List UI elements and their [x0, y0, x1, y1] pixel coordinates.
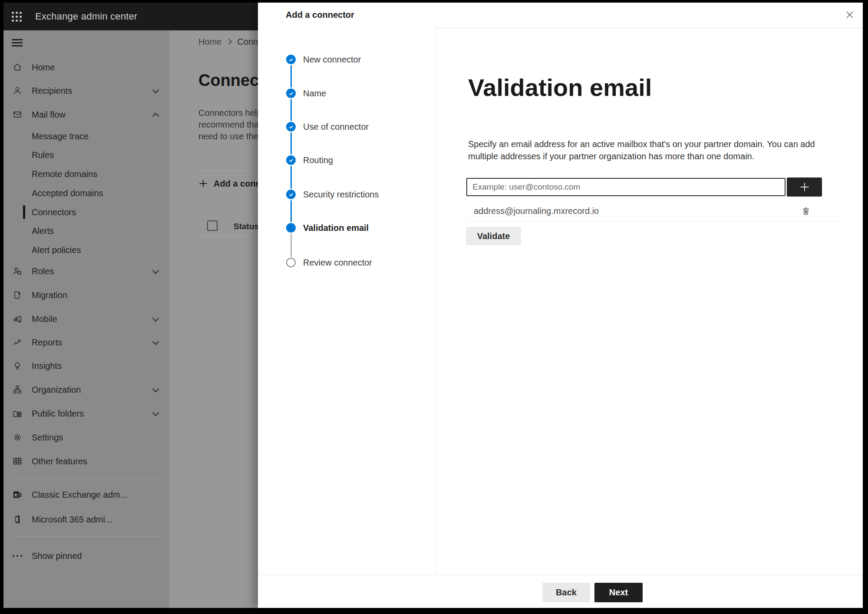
sidebar-item-reports[interactable]: Reports: [3, 334, 169, 351]
mobile-device-icon: [12, 313, 23, 325]
validation-email-description: Specify an email address for an active m…: [468, 138, 815, 162]
classic-exchange-logo-icon: E: [12, 489, 23, 500]
sidebar-item-roles[interactable]: Roles: [3, 263, 169, 280]
step-completed-icon: [286, 155, 296, 165]
selected-indicator: [23, 205, 25, 219]
envelope-icon: [12, 109, 23, 120]
step-completed-icon: [286, 89, 296, 98]
sidebar-item-connectors[interactable]: Connectors: [3, 204, 169, 221]
sidebar-item-label: Other features: [32, 456, 87, 466]
step-connector-line: [290, 65, 292, 88]
sidebar-item-label: Alert policies: [32, 245, 81, 255]
step-label: New connector: [303, 55, 361, 65]
sidebar-item-other-features[interactable]: Other features: [3, 453, 169, 470]
back-button[interactable]: Back: [542, 583, 590, 602]
sidebar-item-rules[interactable]: Rules: [3, 146, 169, 164]
close-button[interactable]: [843, 8, 856, 21]
sidebar-item-mail-flow[interactable]: Mail flow: [3, 106, 169, 123]
sidebar-item-label: Organization: [32, 385, 81, 395]
sidebar-item-label: Classic Exchange adm...: [32, 490, 127, 500]
folder-globe-icon: [12, 408, 23, 419]
sidebar-item-label: Roles: [32, 266, 54, 276]
sidebar-item-label: Recipients: [32, 86, 72, 96]
sidebar-item-label: Mail flow: [32, 110, 66, 120]
wizard-steps-nav: New connector Name Use of connector Rout…: [258, 28, 436, 575]
step-completed-icon: [286, 122, 296, 131]
chevron-down-icon: [152, 338, 159, 345]
ellipsis-icon: [12, 550, 23, 561]
address-value: address@journaling.mxrecord.io: [474, 206, 599, 216]
sidebar-divider: [12, 478, 163, 479]
select-all-checkbox[interactable]: [207, 220, 218, 231]
app-launcher-waffle-icon[interactable]: [12, 12, 22, 22]
step-label: Review connector: [303, 258, 372, 268]
exchange-admin-window: Exchange admin center Home Recipients Ma…: [3, 3, 863, 608]
step-current-icon: [286, 223, 296, 233]
validate-button[interactable]: Validate: [466, 227, 521, 245]
add-connector-label: Add a conn: [214, 179, 258, 189]
screenshot-frame: Exchange admin center Home Recipients Ma…: [0, 0, 868, 614]
step-label: Routing: [303, 155, 333, 165]
sidebar-item-label: Show pinned: [32, 551, 82, 561]
wizard-step-security-restrictions[interactable]: Security restrictions: [258, 188, 436, 200]
sidebar-item-label: Message trace: [32, 131, 89, 141]
sidebar-item-label: Reports: [32, 338, 62, 348]
breadcrumb-home-link[interactable]: Home: [198, 37, 221, 47]
step-connector-line: [290, 132, 292, 154]
sidebar-item-migration[interactable]: Migration: [3, 286, 169, 304]
step-connector-line: [290, 99, 292, 121]
sidebar-item-settings[interactable]: Settings: [3, 429, 169, 446]
breadcrumb-current: Conne: [237, 37, 258, 47]
hamburger-menu-icon[interactable]: [12, 39, 23, 46]
gear-icon: [12, 432, 23, 443]
sidebar-item-label: Home: [32, 62, 55, 72]
sidebar-item-home[interactable]: Home: [3, 59, 169, 76]
sidebar-item-message-trace[interactable]: Message trace: [3, 128, 169, 145]
chevron-down-icon: [152, 410, 159, 417]
sidebar-divider: [12, 536, 163, 537]
add-email-button[interactable]: [787, 177, 822, 197]
panel-title: Add a connector: [286, 10, 354, 20]
panel-header: Add a connector: [258, 3, 863, 28]
sidebar-item-show-pinned[interactable]: Show pinned: [3, 547, 169, 565]
wizard-step-use-of-connector[interactable]: Use of connector: [258, 121, 436, 133]
sidebar-item-accepted-domains[interactable]: Accepted domains: [3, 184, 169, 202]
step-connector-line: [290, 233, 292, 257]
step-completed-icon: [286, 55, 296, 64]
sidebar-item-alerts[interactable]: Alerts: [3, 222, 169, 240]
sidebar-item-organization[interactable]: Organization: [3, 381, 169, 398]
sidebar-item-public-folders[interactable]: Public folders: [3, 405, 169, 422]
status-column-header[interactable]: Status: [234, 222, 258, 231]
wizard-step-validation-email[interactable]: Validation email: [258, 222, 436, 234]
home-icon: [12, 62, 23, 73]
content-divider: [198, 171, 258, 171]
sidebar-item-classic-exchange-admin[interactable]: E Classic Exchange adm...: [3, 486, 169, 503]
next-button[interactable]: Next: [594, 583, 643, 602]
sidebar-item-label: Public folders: [32, 409, 84, 419]
sidebar-item-label: Accepted domains: [32, 188, 103, 198]
delete-address-button[interactable]: [799, 204, 813, 218]
page-description: Connectors help recommend tha need to us…: [198, 107, 258, 142]
add-connector-button[interactable]: Add a conn: [198, 177, 258, 190]
lightbulb-icon: [12, 360, 23, 371]
sidebar-item-mobile[interactable]: Mobile: [3, 310, 169, 328]
wizard-step-review-connector[interactable]: Review connector: [258, 256, 436, 269]
step-label: Security restrictions: [303, 190, 379, 200]
email-address-input[interactable]: [466, 178, 785, 196]
sidebar-item-alert-policies[interactable]: Alert policies: [3, 241, 169, 259]
wizard-step-new-connector[interactable]: New connector: [258, 53, 436, 66]
trash-icon: [802, 206, 810, 217]
breadcrumb-chevron-icon: [226, 39, 232, 45]
validation-email-heading: Validation email: [468, 73, 652, 102]
wizard-step-name[interactable]: Name: [258, 87, 436, 99]
sidebar-item-microsoft-365-admin[interactable]: Microsoft 365 admi...: [3, 511, 169, 528]
wizard-step-routing[interactable]: Routing: [258, 154, 436, 166]
sidebar-item-insights[interactable]: Insights: [3, 357, 169, 374]
sidebar-item-recipients[interactable]: Recipients: [3, 82, 169, 99]
grid-table-icon: [12, 456, 23, 467]
line-chart-icon: [12, 337, 23, 348]
sidebar-item-remote-domains[interactable]: Remote domains: [3, 165, 169, 183]
content-divider: [466, 221, 844, 221]
microsoft-365-logo-icon: [12, 514, 23, 525]
chevron-down-icon: [152, 315, 159, 322]
